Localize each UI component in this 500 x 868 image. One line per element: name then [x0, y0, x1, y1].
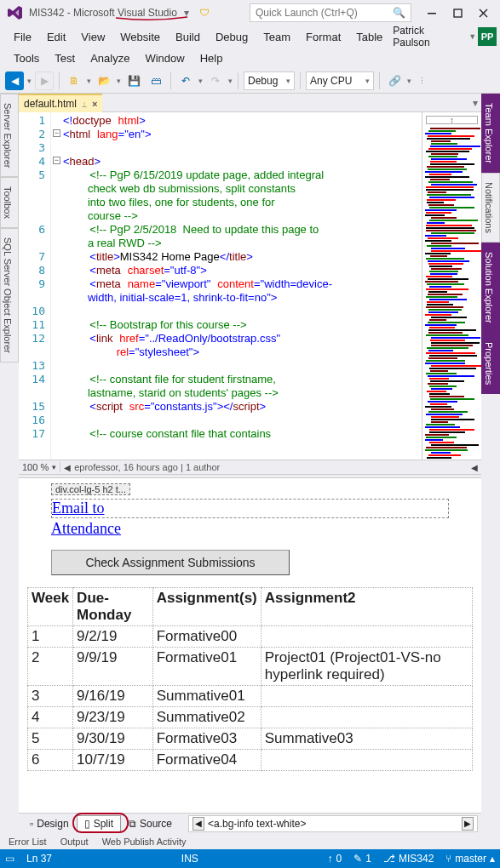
quick-launch-input[interactable]: [256, 7, 393, 19]
document-tab-default-html[interactable]: default.html ⟂ ×: [19, 94, 102, 112]
quick-launch[interactable]: 🔍: [250, 3, 411, 22]
close-icon[interactable]: ×: [92, 99, 97, 109]
properties-tab[interactable]: Properties: [481, 333, 500, 394]
menu-analyze[interactable]: Analyze: [83, 49, 136, 67]
status-line: Ln 37: [26, 853, 52, 865]
menu-test[interactable]: Test: [48, 49, 82, 67]
menu-build[interactable]: Build: [169, 28, 207, 46]
table-cell: 9/30/19: [73, 728, 153, 750]
code-editor[interactable]: <!doctype html><html lang="en"><head> <!…: [51, 112, 422, 460]
view-source-button[interactable]: ⧉ Source: [121, 815, 180, 832]
status-repo[interactable]: ⎇ MIS342: [383, 853, 434, 865]
close-button[interactable]: [471, 3, 495, 22]
document-tab-label: default.html: [24, 98, 77, 110]
table-cell: 9/23/19: [73, 707, 153, 728]
open-file-button[interactable]: 📂: [95, 71, 113, 90]
table-cell: Summative01: [152, 686, 261, 707]
main-menu: File Edit View Website Build Debug Team …: [0, 26, 500, 48]
title-admin-icon[interactable]: 🛡: [196, 7, 213, 19]
view-split-button[interactable]: ▯ Split: [77, 815, 121, 832]
menu-table[interactable]: Table: [349, 28, 389, 46]
status-pending-up[interactable]: ↑ 0: [328, 853, 342, 865]
table-header: Due-Monday: [73, 588, 153, 626]
menu-help[interactable]: Help: [193, 49, 230, 67]
table-cell: Formative01: [152, 648, 261, 686]
minimap-split-handle[interactable]: [426, 116, 478, 124]
tag-breadcrumb[interactable]: div.col-lg-5 h2 t...: [51, 483, 130, 495]
output-tab[interactable]: Output: [60, 837, 89, 847]
web-publish-activity-tab[interactable]: Web Publish Activity: [102, 837, 187, 847]
table-cell: 9/2/19: [73, 626, 153, 648]
doc-tabs-overflow[interactable]: ▾: [469, 94, 481, 112]
user-name[interactable]: Patrick Paulson: [393, 25, 463, 49]
status-branch[interactable]: ⑂ master ▴: [445, 853, 495, 865]
save-all-button[interactable]: 🗃: [147, 71, 165, 90]
browser-link-button[interactable]: 🔗: [385, 71, 404, 90]
status-ready-icon: ▭: [5, 853, 14, 865]
user-avatar[interactable]: PP: [478, 27, 497, 46]
attendance-link[interactable]: Attendance: [51, 520, 121, 537]
team-explorer-tab[interactable]: Team Explorer: [481, 94, 500, 173]
menu-window[interactable]: Window: [138, 49, 191, 67]
solution-explorer-tab[interactable]: Solution Explorer: [481, 243, 500, 333]
table-cell: Formative03: [152, 728, 261, 750]
save-button[interactable]: 💾: [124, 71, 143, 90]
undo-button[interactable]: ↶: [176, 71, 195, 90]
sql-server-object-explorer-tab[interactable]: SQL Server Object Explorer: [0, 228, 19, 363]
redo-button[interactable]: ↷: [206, 71, 225, 90]
main-menu-2: Tools Test Analyze Window Help: [0, 48, 500, 68]
table-row: 59/30/19Formative03Summative03: [28, 728, 473, 750]
table-cell: 9/9/19: [73, 648, 153, 686]
nav-back-button[interactable]: ◀: [5, 71, 24, 90]
title-dropdown-icon[interactable]: ▾: [181, 7, 193, 19]
pin-icon[interactable]: ⟂: [82, 100, 87, 109]
table-cell: 9/16/19: [73, 686, 153, 707]
minimize-button[interactable]: [420, 3, 444, 22]
solution-config-combo[interactable]: Debug▾: [244, 71, 295, 90]
restore-button[interactable]: [445, 3, 469, 22]
tag-path-breadcrumb[interactable]: ◀ <a.bg-info text-white> ▶: [188, 815, 478, 832]
table-header: Assignment2: [261, 588, 472, 626]
vs-logo-icon: [5, 3, 26, 23]
menu-team[interactable]: Team: [256, 28, 297, 46]
table-cell: Project01 (Project01-VS-no hyperlink req…: [261, 648, 472, 686]
error-list-tab[interactable]: Error List: [9, 837, 47, 847]
breadcrumb-right[interactable]: ▶: [462, 817, 474, 831]
email-link[interactable]: Email to: [51, 499, 449, 518]
breadcrumb-left[interactable]: ◀: [193, 817, 204, 831]
table-cell: [261, 686, 472, 707]
table-cell: Summative03: [261, 728, 472, 750]
nav-forward-button[interactable]: ▶: [35, 71, 54, 90]
table-row: 39/16/19Summative01: [28, 686, 473, 707]
menu-edit[interactable]: Edit: [40, 28, 72, 46]
solution-platform-combo[interactable]: Any CPU▾: [306, 71, 374, 90]
toolbox-tab[interactable]: Toolbox: [0, 177, 19, 228]
menu-file[interactable]: File: [7, 28, 38, 46]
menu-tools[interactable]: Tools: [7, 49, 46, 67]
table-cell: Formative00: [152, 626, 261, 648]
toolbar-overflow[interactable]: ⋮: [418, 77, 426, 85]
design-view[interactable]: div.col-lg-5 h2 t... Email to Attendance…: [19, 478, 481, 813]
standard-toolbar: ◀ ▾ ▶ 🗎▾ 📂▾ 💾 🗃 ↶▾ ↷▾ Debug▾ Any CPU▾ 🔗▾…: [0, 68, 500, 94]
notifications-tab[interactable]: Notifications: [481, 173, 500, 243]
menu-view[interactable]: View: [74, 28, 112, 46]
check-assignment-button[interactable]: Check Assignment Submissions: [51, 550, 290, 575]
codelens-info[interactable]: eprofessor, 16 hours ago | 1 author: [74, 462, 220, 472]
scroll-minimap[interactable]: [422, 112, 481, 460]
statusbar: ▭ Ln 37 INS ↑ 0 ✎ 1 ⎇ MIS342 ⑂ master ▴: [0, 849, 500, 868]
svg-rect-0: [428, 13, 436, 14]
chevron-down-icon[interactable]: ▼: [468, 32, 476, 41]
menu-format[interactable]: Format: [299, 28, 348, 46]
table-header: Assignment(s): [152, 588, 261, 626]
table-header: Week: [28, 588, 73, 626]
status-pending-down[interactable]: ✎ 1: [353, 853, 371, 865]
zoom-combo[interactable]: 100 %: [22, 462, 49, 472]
menu-website[interactable]: Website: [113, 28, 167, 46]
table-cell: [261, 626, 472, 648]
svg-rect-1: [454, 9, 462, 17]
server-explorer-tab[interactable]: Server Explorer: [0, 94, 19, 177]
menu-debug[interactable]: Debug: [209, 28, 255, 46]
new-project-button[interactable]: 🗎: [65, 71, 83, 90]
view-design-button[interactable]: ▫ Design: [22, 815, 77, 832]
search-icon[interactable]: 🔍: [393, 7, 405, 19]
